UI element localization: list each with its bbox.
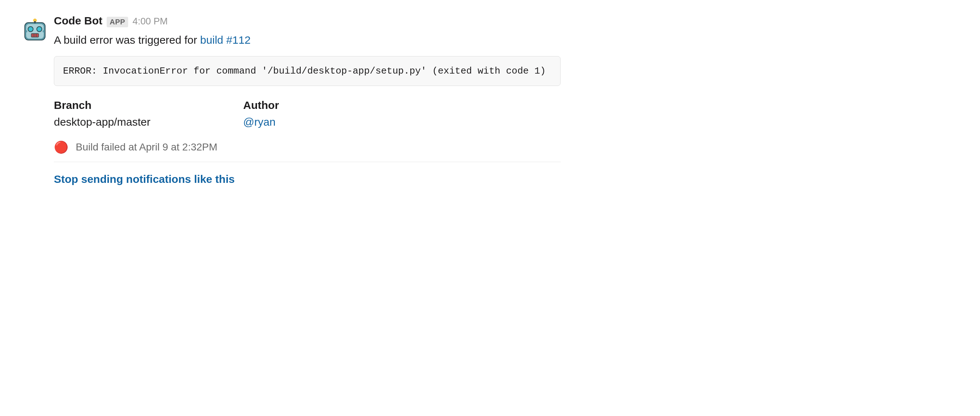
sender-name[interactable]: Code Bot [54,14,102,27]
svg-point-11 [25,30,27,32]
field-branch: Branch desktop-app/master [54,99,214,128]
message-content: Code Bot APP 4:00 PM A build error was t… [54,14,561,185]
sender-avatar[interactable] [22,17,48,43]
build-link[interactable]: build #112 [200,34,250,46]
divider [54,162,561,162]
message-timestamp[interactable]: 4:00 PM [132,16,168,27]
field-branch-value: desktop-app/master [54,116,214,128]
svg-point-5 [28,27,33,32]
status-line: 🔴 Build failed at April 9 at 2:32PM [54,141,561,153]
status-text: Build failed at April 9 at 2:32PM [76,141,217,153]
message-header: Code Bot APP 4:00 PM [54,14,561,27]
field-author: Author @ryan [243,99,403,128]
red-circle-icon: 🔴 [54,141,68,153]
fields-section: Branch desktop-app/master Author @ryan [54,99,561,128]
message-text-prefix: A build error was triggered for [54,34,200,46]
svg-point-12 [43,30,45,32]
stop-notifications-link[interactable]: Stop sending notifications like this [54,173,235,185]
app-badge: APP [107,17,128,27]
author-mention-link[interactable]: @ryan [243,116,275,128]
svg-point-6 [37,27,42,32]
svg-rect-4 [34,21,36,23]
field-branch-title: Branch [54,99,214,112]
message-container: Code Bot APP 4:00 PM A build error was t… [22,14,561,185]
error-code-block: ERROR: InvocationError for command '/bui… [54,56,561,86]
field-author-title: Author [243,99,403,112]
message-text: A build error was triggered for build #1… [54,32,561,48]
